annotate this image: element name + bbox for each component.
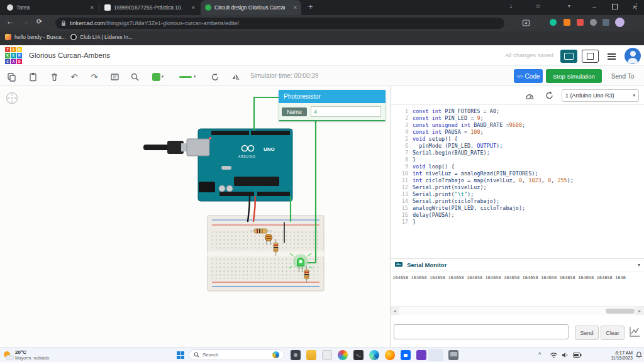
browser-tab-practica[interactable]: 1699901677255-Práctica 10. Fo ×	[100, 0, 199, 15]
code-line: 9void loop() {	[391, 163, 644, 170]
tab-close-icon[interactable]: ×	[192, 4, 195, 11]
mirror-icon[interactable]	[229, 70, 242, 83]
taskbar-app-monitor[interactable]	[448, 350, 458, 360]
notifications-bell-icon[interactable]	[636, 351, 642, 358]
user-avatar[interactable]	[625, 48, 641, 64]
view-schematic-button[interactable]	[582, 50, 599, 63]
taskbar-app-firefox[interactable]	[385, 350, 395, 360]
arduino-uno-board[interactable]: UNO ARDUINO	[187, 129, 292, 201]
taskbar-app-photos[interactable]	[338, 350, 348, 360]
taskbar-app-chrome-active[interactable]	[428, 349, 443, 361]
delete-icon[interactable]	[48, 70, 60, 83]
extension-gray-icon[interactable]	[590, 19, 597, 26]
taskbar-app-notepad[interactable]	[322, 350, 332, 360]
circuit-favicon	[205, 4, 211, 11]
back-icon[interactable]: ←	[6, 17, 14, 26]
scroll-right-icon[interactable]: ▸	[635, 307, 644, 315]
desktop: Tarea × 1699901677255-Práctica 10. Fo × …	[0, 0, 644, 362]
bookmark-star-icon[interactable]: ☆	[535, 3, 541, 9]
taskbar-app-file-explorer[interactable]	[306, 350, 316, 360]
scroll-left-icon[interactable]: ◂	[391, 307, 399, 315]
taskbar-app-camera[interactable]	[291, 350, 301, 360]
bookmark-item[interactable]: hello bendy - Busca...	[5, 34, 66, 40]
serial-monitor-header[interactable]: Serial Monitor ▾	[391, 258, 644, 272]
tab-search-icon[interactable]: ▾	[568, 3, 570, 9]
serial-output[interactable]: 164658 164658 164658 164658 164658 16465…	[391, 272, 644, 305]
start-button[interactable]	[177, 351, 184, 359]
notes-icon[interactable]	[108, 70, 121, 83]
code-line: 12Serial.print(nivelLuz);	[391, 184, 644, 191]
address-bar[interactable]: tinkercad.com/things/gx7UMaY3Ze1-gloriou…	[55, 18, 504, 29]
taskbar-weather-text[interactable]: Mayorm. nublado	[15, 356, 49, 360]
stop-simulation-button[interactable]: Stop Simulation	[546, 69, 602, 83]
tab-close-icon[interactable]: ×	[294, 4, 297, 11]
paste-icon[interactable]	[26, 70, 39, 83]
extension-orange-icon[interactable]	[564, 19, 570, 26]
install-icon[interactable]	[522, 19, 530, 27]
tray-chevron-up-icon[interactable]: ^	[538, 351, 541, 358]
code-editor[interactable]: 1const int PIN_FOTORES = A0;2const int P…	[391, 105, 644, 226]
taskbar-app-terminal[interactable]: >_	[353, 350, 364, 360]
window-minimize-button[interactable]: –	[585, 0, 604, 15]
view-list-button[interactable]	[603, 50, 620, 63]
taskbar-app-visual-studio[interactable]	[416, 350, 426, 360]
volume-icon[interactable]	[562, 352, 569, 358]
taskbar-search[interactable]: Search	[189, 349, 284, 360]
code-button[interactable]: </> Code	[514, 69, 543, 83]
redo-icon[interactable]: ↷	[88, 70, 101, 83]
board-select[interactable]: 1 (Arduino Uno R3) ▾	[562, 89, 639, 102]
taskbar-app-store[interactable]	[401, 350, 411, 360]
clock-date: 11/15/2023	[594, 356, 633, 360]
serial-scrollbar[interactable]: ◂ ▸	[391, 306, 644, 315]
zoom-fit-button[interactable]	[5, 91, 19, 105]
taskbar-temperature[interactable]: 20°C	[15, 349, 26, 355]
undo-icon[interactable]: ↶	[68, 70, 80, 83]
bookmark-favicon	[70, 34, 77, 40]
forward-icon[interactable]: →	[21, 17, 29, 26]
taskbar-app-edge[interactable]	[369, 350, 379, 360]
restart-simulation-icon[interactable]	[545, 90, 554, 100]
new-tab-button[interactable]: +	[308, 2, 313, 11]
tinkercad-logo[interactable]: T I N K E R C A D	[5, 47, 22, 64]
profile-avatar[interactable]	[615, 18, 625, 27]
document-favicon	[104, 4, 111, 11]
design-title[interactable]: Glorious Curcan-Amberis	[29, 45, 110, 66]
browser-tab-tarea[interactable]: Tarea ×	[3, 0, 98, 15]
send-to-button[interactable]: Send To	[605, 69, 640, 83]
clear-button[interactable]: Clear	[601, 326, 625, 340]
debug-icon[interactable]	[525, 91, 535, 100]
browser-tab-circuit-active[interactable]: Circuit design Glorious Curcan- ×	[201, 0, 301, 15]
tab-close-icon[interactable]: ×	[91, 4, 94, 11]
clock-time: 8:17 AM	[594, 350, 633, 356]
rotate-icon[interactable]	[209, 70, 221, 83]
view-breadboard-button[interactable]	[560, 50, 577, 63]
taskbar-clock[interactable]: 8:17 AM 11/15/2023	[594, 350, 633, 360]
bookmark-item[interactable]: Club LIA | Líderes In...	[70, 34, 133, 40]
tab-title: Tarea	[16, 4, 30, 11]
download-icon[interactable]: ↓	[509, 3, 513, 9]
circuit-canvas[interactable]: UNO ARDUINO	[0, 86, 390, 347]
copy-icon[interactable]	[5, 70, 18, 83]
kebab-menu-icon[interactable]: ⋮	[633, 2, 640, 11]
extension-red-icon[interactable]	[577, 19, 584, 26]
reload-icon[interactable]: ⟳	[36, 18, 42, 26]
wire-style-picker[interactable]: ▾	[176, 70, 199, 83]
code-line: 15analogWrite(PIN_LED, cicloTrabajo);	[391, 205, 644, 212]
usb-cable[interactable]	[143, 141, 189, 154]
serial-input[interactable]	[394, 324, 569, 339]
serial-send-row: Send Clear	[391, 323, 644, 347]
collapse-caret-icon[interactable]: ▾	[638, 262, 640, 268]
extension-grammarly-icon[interactable]	[550, 19, 557, 26]
window-maximize-button[interactable]	[605, 0, 624, 15]
serial-plotter-icon[interactable]	[628, 325, 641, 339]
send-button[interactable]: Send	[575, 326, 599, 340]
color-swatch	[152, 73, 160, 81]
scrollbar-thumb[interactable]	[606, 309, 635, 314]
component-color-picker[interactable]: ▾	[148, 70, 167, 83]
caret-down-icon: ▾	[194, 74, 196, 79]
battery-icon[interactable]	[573, 353, 582, 358]
component-name-input[interactable]: 4	[311, 106, 381, 117]
extensions-puzzle-icon[interactable]	[602, 19, 609, 26]
wifi-icon[interactable]	[550, 352, 558, 358]
zoom-to-fit-icon[interactable]	[128, 70, 141, 83]
